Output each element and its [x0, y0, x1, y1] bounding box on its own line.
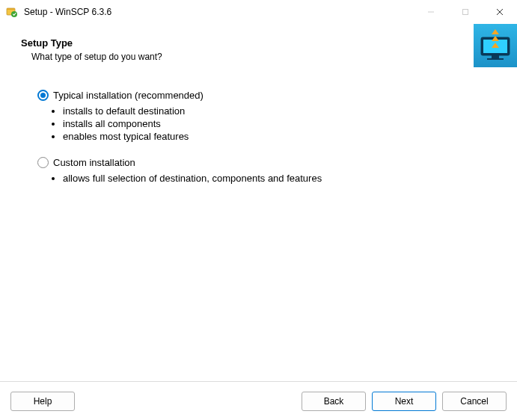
radio-typical[interactable]	[37, 90, 49, 101]
back-button[interactable]: Back	[302, 392, 366, 411]
typical-bullets: installs to default destination installs…	[63, 105, 480, 142]
list-item: allows full selection of destination, co…	[63, 173, 480, 184]
window-title: Setup - WinSCP 6.3.6	[24, 7, 414, 17]
svg-rect-4	[463, 10, 468, 15]
option-custom: Custom installation allows full selectio…	[37, 157, 480, 184]
close-button[interactable]	[483, 0, 517, 24]
header-area: Setup Type What type of setup do you wan…	[0, 24, 517, 82]
footer: Help Back Next Cancel	[0, 381, 517, 420]
svg-rect-9	[492, 55, 499, 58]
radio-typical-label: Typical installation (recommended)	[53, 90, 204, 101]
radio-custom[interactable]	[37, 157, 49, 168]
app-icon	[6, 6, 18, 18]
minimize-button[interactable]	[414, 0, 448, 24]
radio-custom-row[interactable]: Custom installation	[37, 157, 480, 168]
radio-typical-row[interactable]: Typical installation (recommended)	[37, 90, 480, 101]
radio-custom-label: Custom installation	[53, 157, 135, 168]
wizard-banner-icon	[474, 24, 517, 67]
content-area: Typical installation (recommended) insta…	[0, 82, 517, 184]
list-item: installs to default destination	[63, 105, 480, 117]
maximize-button	[448, 0, 483, 24]
window-controls	[414, 0, 517, 24]
page-title: Setup Type	[21, 37, 496, 49]
svg-rect-1	[7, 8, 15, 10]
svg-rect-10	[487, 58, 504, 60]
page-subtitle: What type of setup do you want?	[31, 52, 496, 62]
help-button[interactable]: Help	[10, 392, 75, 411]
next-button[interactable]: Next	[372, 392, 436, 411]
list-item: installs all components	[63, 118, 480, 129]
svg-marker-11	[492, 29, 499, 34]
svg-point-2	[11, 11, 17, 17]
cancel-button[interactable]: Cancel	[442, 392, 507, 411]
titlebar: Setup - WinSCP 6.3.6	[0, 0, 517, 24]
list-item: enables most typical features	[63, 131, 480, 142]
custom-bullets: allows full selection of destination, co…	[63, 173, 480, 184]
option-typical: Typical installation (recommended) insta…	[37, 90, 480, 142]
